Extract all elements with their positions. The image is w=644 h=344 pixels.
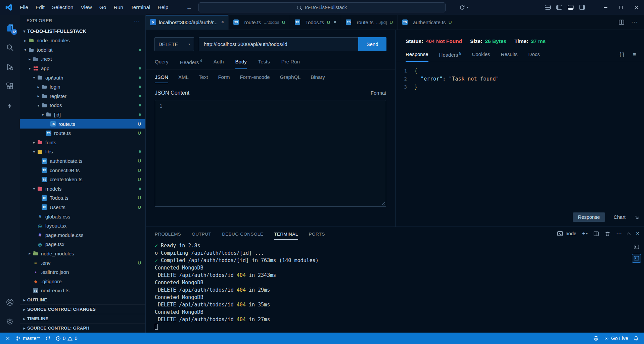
resize-grip-icon[interactable]: [381, 202, 385, 206]
tab-docs[interactable]: Docs: [528, 49, 540, 62]
tab-graphql[interactable]: GraphQL: [280, 72, 301, 83]
tab-auth[interactable]: Auth: [214, 57, 224, 69]
tab-terminal[interactable]: TERMINAL: [274, 228, 298, 240]
tree-item[interactable]: TSnext-env.d.ts: [20, 286, 145, 295]
tree-item[interactable]: TSconnectDB.tsU: [20, 165, 145, 175]
thunder-client-activity-icon[interactable]: [0, 96, 20, 115]
trash-icon[interactable]: [605, 231, 610, 237]
expand-arrow-icon[interactable]: [634, 215, 639, 220]
menu-view[interactable]: View: [77, 0, 95, 15]
json-body-editor[interactable]: 1: [155, 100, 386, 207]
notifications-bell-icon[interactable]: [631, 333, 641, 344]
editor-more-icon[interactable]: ···: [631, 19, 638, 26]
tab-text[interactable]: Text: [199, 72, 208, 83]
new-terminal-icon[interactable]: +▾: [582, 230, 588, 237]
tree-item[interactable]: TSUser.tsU: [20, 203, 145, 212]
filter-lines-icon[interactable]: ≡: [633, 51, 636, 57]
tab-query[interactable]: Query: [155, 57, 169, 69]
tab-response[interactable]: Response: [406, 49, 428, 62]
back-icon[interactable]: ←: [186, 4, 192, 11]
menu-selection[interactable]: Selection: [48, 0, 77, 15]
tab-binary[interactable]: Binary: [311, 72, 325, 83]
tree-item[interactable]: ▸fonts: [20, 138, 145, 147]
tab-headers[interactable]: Headers5: [439, 49, 461, 62]
editor-tab[interactable]: TSauthenticate.tsU: [398, 15, 456, 30]
menu-help[interactable]: Help: [154, 0, 172, 15]
tree-item[interactable]: TSTodos.tsU: [20, 193, 145, 203]
split-editor-icon[interactable]: [618, 19, 625, 25]
url-input[interactable]: [199, 37, 358, 51]
close-panel-icon[interactable]: ×: [636, 230, 639, 237]
menu-file[interactable]: File: [16, 0, 32, 15]
settings-gear-icon[interactable]: [0, 312, 20, 331]
maximize-panel-icon[interactable]: [628, 232, 630, 236]
tab-results[interactable]: Results: [501, 49, 518, 62]
close-icon[interactable]: ×: [333, 19, 336, 25]
tab-ports[interactable]: PORTS: [309, 228, 325, 240]
maximize-button[interactable]: [613, 0, 629, 15]
tree-item[interactable]: #globals.css: [20, 212, 145, 221]
tree-item[interactable]: TSroute.tsU: [20, 129, 145, 138]
globe-icon[interactable]: [591, 333, 601, 344]
minimize-button[interactable]: [598, 0, 613, 15]
terminal-shell-select[interactable]: node: [557, 231, 576, 237]
format-button[interactable]: Format: [371, 90, 386, 96]
tab-cookies[interactable]: Cookies: [472, 49, 490, 62]
sync-icon[interactable]: ▾: [459, 5, 468, 10]
tree-item[interactable]: ▾libs: [20, 147, 145, 156]
toggle-secondary-sidebar-icon[interactable]: [579, 5, 585, 10]
tab-body[interactable]: Body: [235, 57, 247, 69]
response-view-button[interactable]: Response: [573, 212, 605, 222]
close-window-button[interactable]: [629, 0, 644, 15]
split-terminal-icon[interactable]: [593, 231, 599, 237]
tab-tests[interactable]: Tests: [258, 57, 270, 69]
tree-item[interactable]: ▸node_modules: [20, 249, 145, 258]
tree-item[interactable]: TSroute.tsU: [20, 119, 145, 129]
send-button[interactable]: Send: [358, 37, 386, 51]
editor-tab[interactable]: TSroute.ts...\[id]U: [341, 15, 398, 30]
search-activity-icon[interactable]: [0, 38, 20, 57]
tree-item[interactable]: ≡.envU: [20, 258, 145, 267]
explorer-activity-icon[interactable]: 12: [0, 18, 20, 38]
tree-item[interactable]: ▾todolist: [20, 45, 145, 55]
tab-pre-run[interactable]: Pre Run: [281, 57, 300, 69]
toggle-sidebar-icon[interactable]: [556, 5, 562, 10]
tree-item[interactable]: ◎layout.tsx: [20, 221, 145, 231]
menu-run[interactable]: Run: [110, 0, 127, 15]
go-live-item[interactable]: Go Live: [601, 333, 631, 344]
editor-tab[interactable]: TSroute.ts...\todosU: [229, 15, 290, 30]
menu-terminal[interactable]: Terminal: [127, 0, 154, 15]
workspace-root[interactable]: ▾ TO-DO-LIST-FULLSTACK: [20, 27, 145, 36]
search-box[interactable]: To-Do-List-Fullstack: [198, 2, 446, 12]
chart-view-button[interactable]: Chart: [614, 214, 626, 220]
active-terminal-instance-icon[interactable]: [632, 254, 641, 263]
tree-item[interactable]: ▾models: [20, 184, 145, 194]
git-branch-item[interactable]: master*: [13, 333, 43, 344]
section-outline[interactable]: ▸OUTLINE: [20, 295, 145, 304]
run-debug-activity-icon[interactable]: [0, 57, 20, 77]
tree-item[interactable]: ▸login: [20, 82, 145, 92]
menu-edit[interactable]: Edit: [32, 0, 48, 15]
tree-item[interactable]: ◎page.tsx: [20, 240, 145, 249]
tab-problems[interactable]: PROBLEMS: [155, 228, 181, 240]
tab-headers[interactable]: Headers4: [180, 57, 202, 69]
tab-debug-console[interactable]: DEBUG CONSOLE: [222, 228, 263, 240]
editor-tab[interactable]: localhost:3000/api/auth/r...×: [146, 15, 229, 30]
problems-item[interactable]: 0 0: [53, 333, 80, 344]
tree-item[interactable]: TSauthenticate.tsU: [20, 156, 145, 166]
tree-item[interactable]: ▸register: [20, 92, 145, 101]
toggle-panel-icon[interactable]: [568, 5, 573, 10]
section-source-control-graph[interactable]: ▸SOURCE CONTROL: GRAPH: [20, 323, 145, 333]
section-source-control-changes[interactable]: ▸SOURCE CONTROL: CHANGES: [20, 304, 145, 314]
explorer-more-actions-icon[interactable]: ···: [134, 18, 140, 23]
account-icon[interactable]: [0, 292, 20, 312]
extensions-activity-icon[interactable]: [0, 77, 20, 96]
section-timeline[interactable]: ▸TIMELINE: [20, 314, 145, 323]
tab-form-encode[interactable]: Form-encode: [240, 72, 270, 83]
editor-tab[interactable]: TSTodos.tsU×: [290, 15, 341, 30]
tree-item[interactable]: ●.eslintrc.json: [20, 267, 145, 277]
tree-item[interactable]: ▾[id]: [20, 110, 145, 119]
tree-item[interactable]: TScreateToken.tsU: [20, 175, 145, 184]
tab-json[interactable]: JSON: [155, 72, 168, 83]
tree-item[interactable]: ▾api\auth: [20, 73, 145, 82]
